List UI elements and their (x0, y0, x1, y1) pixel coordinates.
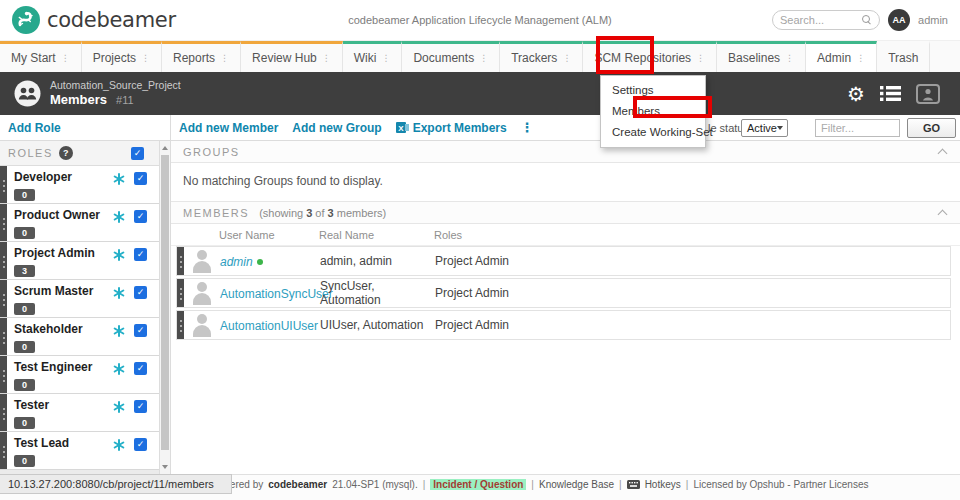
role-card[interactable]: Stakeholder 0 ✓ (0, 318, 159, 356)
member-row[interactable]: AutomationSyncUser SyncUser, Automation … (176, 278, 951, 308)
role-card[interactable]: Test Engineer 0 ✓ (0, 356, 159, 394)
drag-handle-icon[interactable] (0, 356, 7, 393)
nav-tab[interactable]: My Start ⋮ (0, 41, 82, 72)
member-username-link[interactable]: AutomationSyncUser (220, 287, 333, 301)
member-username-link[interactable]: AutomationUIUser (220, 319, 318, 333)
help-icon[interactable]: ? (59, 146, 73, 160)
nav-tab-label: Projects (93, 51, 136, 65)
add-role-link[interactable]: Add Role (8, 121, 61, 135)
drag-handle-icon[interactable] (177, 311, 184, 339)
gear-icon[interactable]: ⚙ (847, 84, 865, 104)
tab-menu-icon[interactable]: ⋮ (856, 53, 865, 63)
hotkeys-link[interactable]: Hotkeys (645, 479, 681, 490)
knowledge-base-link[interactable]: Knowledge Base (539, 479, 614, 490)
nav-tab[interactable]: SCM Repositories ⋮ (583, 41, 717, 72)
role-card[interactable]: Tester 0 ✓ (0, 394, 159, 432)
nav-tab[interactable]: Projects ⋮ (82, 41, 162, 72)
admin-menu-item[interactable]: Settings (601, 80, 705, 101)
role-checkbox[interactable]: ✓ (134, 400, 147, 413)
member-username-link[interactable]: admin (220, 255, 253, 269)
role-checkbox[interactable]: ✓ (134, 438, 147, 451)
drag-handle-icon[interactable] (177, 279, 184, 307)
tab-menu-icon[interactable]: ⋮ (220, 53, 229, 63)
role-card[interactable]: Product Owner 0 ✓ (0, 204, 159, 242)
role-card[interactable]: Developer 0 ✓ (0, 166, 159, 204)
drag-handle-icon[interactable] (177, 247, 184, 275)
tab-menu-icon[interactable]: ⋮ (61, 53, 70, 63)
search-input[interactable] (780, 14, 862, 26)
drag-handle-icon[interactable] (0, 318, 7, 355)
role-filter-icon[interactable] (113, 439, 125, 451)
codebeamer-logo[interactable]: codebeamer (12, 6, 176, 34)
role-checkbox[interactable]: ✓ (134, 248, 147, 261)
member-row[interactable]: AutomationUIUser UIUser, Automation Proj… (176, 310, 951, 340)
search-box[interactable] (772, 10, 880, 30)
tab-menu-icon[interactable]: ⋮ (381, 53, 390, 63)
user-name-label[interactable]: admin (918, 14, 948, 26)
list-view-icon[interactable] (880, 85, 901, 102)
collapse-icon[interactable] (938, 209, 948, 219)
role-filter-icon[interactable] (113, 249, 125, 261)
add-new-group-link[interactable]: Add new Group (292, 121, 381, 135)
status-select[interactable]: Active (741, 119, 788, 137)
drag-handle-icon[interactable] (0, 204, 7, 241)
role-card[interactable]: Test Lead 0 ✓ (0, 432, 159, 470)
avatar[interactable]: AA (888, 9, 910, 31)
role-filter-icon[interactable] (113, 363, 125, 375)
admin-dropdown-menu: Settings Members Create Working-Set (600, 75, 706, 148)
project-name[interactable]: Automation_Source_Project (50, 79, 181, 92)
role-filter-icon[interactable] (113, 325, 125, 337)
scroll-up-icon[interactable] (162, 146, 168, 150)
tab-menu-icon[interactable]: ⋮ (141, 53, 150, 63)
role-card[interactable]: Project Admin 3 ✓ (0, 242, 159, 280)
nav-tab[interactable]: Documents ⋮ (402, 41, 500, 72)
tab-menu-icon[interactable]: ⋮ (785, 53, 794, 63)
nav-tab[interactable]: Baselines ⋮ (717, 41, 806, 72)
role-checkbox[interactable]: ✓ (134, 210, 147, 223)
logo-text: codebeamer (47, 8, 176, 32)
drag-handle-icon[interactable] (0, 280, 7, 317)
tab-menu-icon[interactable]: ⋮ (696, 53, 705, 63)
tab-menu-icon[interactable]: ⋮ (479, 53, 488, 63)
tab-menu-icon[interactable]: ⋮ (562, 53, 571, 63)
role-checkbox[interactable]: ✓ (134, 362, 147, 375)
drag-handle-icon[interactable] (0, 166, 7, 203)
nav-tab[interactable]: Review Hub ⋮ (241, 41, 343, 72)
roles-select-all-checkbox[interactable]: ✓ (131, 147, 144, 160)
main-nav: My Start ⋮ Projects ⋮ Reports ⋮ Review H… (0, 40, 960, 72)
drag-handle-icon[interactable] (0, 394, 7, 431)
incident-question-link[interactable]: Incident / Question (430, 479, 526, 490)
member-avatar-icon[interactable] (916, 84, 940, 104)
role-filter-icon[interactable] (113, 401, 125, 413)
tab-menu-icon[interactable]: ⋮ (322, 53, 331, 63)
role-checkbox[interactable]: ✓ (134, 324, 147, 337)
filter-input[interactable] (815, 119, 900, 137)
nav-tab[interactable]: Admin ⋮ (806, 41, 877, 72)
role-filter-icon[interactable] (113, 173, 125, 185)
sidebar-scrollbar[interactable] (159, 141, 170, 474)
nav-tab[interactable]: Trash (877, 41, 930, 72)
scrollbar-thumb[interactable] (161, 155, 169, 450)
nav-tab[interactable]: Reports ⋮ (162, 41, 241, 72)
footer-brand[interactable]: codebeamer (268, 479, 327, 490)
role-card[interactable]: Scrum Master 0 ✓ (0, 280, 159, 318)
scroll-down-icon[interactable] (162, 465, 168, 469)
role-checkbox[interactable]: ✓ (134, 286, 147, 299)
nav-tab[interactable]: Trackers ⋮ (500, 41, 583, 72)
nav-tab[interactable]: Wiki ⋮ (343, 41, 403, 72)
collapse-icon[interactable] (938, 148, 948, 158)
kebab-menu-icon[interactable]: ⋮ (521, 120, 534, 135)
role-checkbox[interactable]: ✓ (134, 172, 147, 185)
admin-menu-item[interactable]: Create Working-Set (601, 122, 705, 143)
add-new-member-link[interactable]: Add new Member (179, 121, 278, 135)
member-row[interactable]: admin admin, admin Project Admin (176, 246, 951, 276)
go-button[interactable]: GO (907, 118, 956, 138)
role-filter-icon[interactable] (113, 287, 125, 299)
admin-menu-item[interactable]: Members (601, 101, 705, 122)
search-icon[interactable] (862, 15, 872, 25)
drag-handle-icon[interactable] (0, 432, 7, 469)
drag-handle-icon[interactable] (0, 242, 7, 279)
export-members-link[interactable]: X Export Members (396, 121, 507, 135)
role-filter-icon[interactable] (113, 211, 125, 223)
role-member-count-badge: 3 (14, 265, 35, 277)
